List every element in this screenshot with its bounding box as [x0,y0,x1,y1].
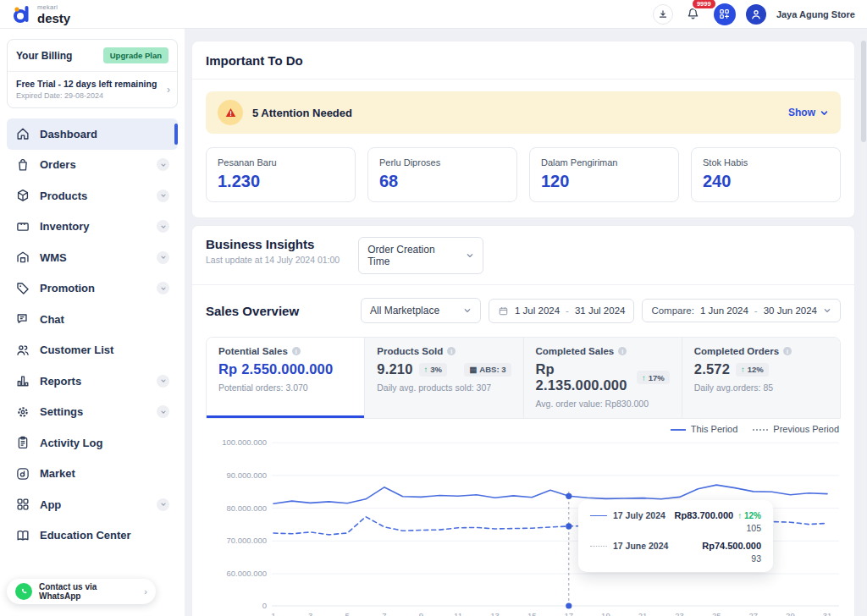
important-todo-card: Important To Do 5 Attention Needed Show … [191,41,855,218]
svg-text:80.000.000: 80.000.000 [226,503,267,513]
svg-text:90.000.000: 90.000.000 [226,470,267,480]
stat-card-perlu-diproses[interactable]: Perlu Diproses 68 [367,147,517,202]
compare-range-picker[interactable]: Compare: 1 Jun 2024 - 30 Jun 2024 [642,299,841,322]
top-header: mekari desty 9999 [0,0,867,29]
sidebar-item-dashboard[interactable]: Dashboard [7,118,178,150]
date-range-picker[interactable]: 1 Jul 2024 - 31 Jul 2024 [489,299,634,323]
arrow-up-icon: ↑ [741,365,745,374]
vertical-scrollbar[interactable] [861,34,866,611]
chevron-down-icon [157,375,169,388]
tooltip-date: 17 June 2024 [613,541,668,551]
sidebar-item-customer-list[interactable]: Customer List [7,335,178,366]
tab-value: Rp 2.550.000.000 [218,361,333,377]
chevron-down-icon [157,190,169,202]
sidebar-item-settings[interactable]: Settings [7,397,178,428]
sidebar-item-label: Settings [40,405,83,418]
todo-stats: Pesanan Baru 1.230 Perlu Diproses 68 Dal… [206,147,841,202]
download-button[interactable] [653,4,673,25]
svg-text:70.000.000: 70.000.000 [226,536,267,545]
sidebar-item-label: Chat [40,313,64,326]
stat-label: Pesanan Baru [218,157,344,168]
sales-chart[interactable]: This Period Previous Period 100.000.0009… [206,422,841,616]
info-icon[interactable]: i [292,347,301,355]
chevron-right-icon: › [167,84,170,96]
tag-icon [15,281,30,296]
tab-potential-sales[interactable]: Potential Salesi Rp 2.550.000.000 Potent… [207,338,364,418]
svg-text:25: 25 [712,611,721,616]
sidebar-item-wms[interactable]: WMS [7,242,178,273]
tab-products-sold[interactable]: Products Soldi 9.210 ↑3% ▦ABS: 3 Daily a… [364,338,522,418]
chevron-down-icon [157,405,169,418]
home-icon [15,126,30,141]
tab-value: 9.210 [377,361,412,377]
notification-badge: 9999 [691,0,717,10]
tab-value: Rp 2.135.000.000 [536,361,631,393]
solid-line-sample [590,515,607,516]
sidebar-item-chat[interactable]: Chat [7,304,178,335]
insights-last-update: Last update at 14 July 2024 01:00 [206,255,340,265]
grid-icon [15,497,30,512]
whatsapp-contact-button[interactable]: Contact us via WhatsApp › [7,579,156,604]
stat-value: 1.230 [218,172,344,191]
tab-completed-orders[interactable]: Completed Ordersi 2.572 ↑12% Daily avg.o… [682,338,840,418]
avatar[interactable] [746,4,766,25]
divider [192,79,854,80]
notifications-button[interactable]: 9999 [683,4,704,25]
desty-logo-icon [12,4,32,25]
stat-card-stok-habis[interactable]: Stok Habis 240 [691,147,841,202]
sidebar-item-market[interactable]: Market [7,459,178,490]
stat-value: 240 [703,172,829,191]
billing-plan-row[interactable]: Free Trial - 12 days left remaining Expi… [8,72,177,107]
sidebar-item-label: Promotion [40,282,95,294]
clipboard-icon [15,435,30,450]
tab-completed-sales[interactable]: Completed Salesi Rp 2.135.000.000 ↑17% A… [523,338,682,418]
insights-title: Business Insights [206,237,340,251]
whatsapp-icon [15,583,32,600]
abs-badge: ▦ABS: 3 [464,363,511,377]
svg-text:21: 21 [638,611,648,616]
arrow-up-icon: ↑ [424,365,428,374]
chevron-right-icon: › [144,586,147,597]
svg-text:0: 0 [262,601,267,610]
sidebar-item-education-center[interactable]: Education Center [7,520,178,552]
time-filter-select[interactable]: Order Creation Time [358,237,483,274]
info-icon[interactable]: i [447,347,456,355]
sidebar-item-products[interactable]: Products [7,180,178,212]
sidebar-item-orders[interactable]: Orders [7,150,178,181]
tab-subtitle: Avg. order value: Rp830.000 [536,399,670,409]
info-icon[interactable]: i [618,347,627,355]
stat-card-pesanan-baru[interactable]: Pesanan Baru 1.230 [206,147,356,202]
stat-card-dalam-pengiriman[interactable]: Dalam Pengiriman 120 [529,147,679,202]
marketplace-select[interactable]: All Marketplace [361,298,481,323]
change-badge: ↑12% [736,363,769,377]
sidebar-item-reports[interactable]: Reports [7,366,178,397]
desty-market-icon [15,466,30,481]
store-name[interactable]: Jaya Agung Store [776,9,855,19]
chevron-down-icon [157,251,169,264]
warehouse-icon [15,250,30,265]
calendar-icon [498,305,509,316]
sidebar-item-activity-log[interactable]: Activity Log [7,427,178,459]
show-toggle[interactable]: Show [788,107,829,118]
sidebar-item-inventory[interactable]: Inventory [7,212,178,243]
brand-logo[interactable]: mekari desty [12,4,70,25]
billing-expiry: Expired Date: 29-08-2024 [16,91,158,100]
svg-text:31: 31 [823,611,832,616]
billing-title: Your Billing [16,50,72,62]
tab-subtitle: Daily avg. products sold: 307 [377,382,511,393]
scrollbar-thumb[interactable] [861,41,866,142]
sidebar-item-app[interactable]: App [7,489,178,520]
apps-button[interactable] [714,3,736,25]
sidebar-item-promotion[interactable]: Promotion [7,273,178,305]
main-content: Important To Do 5 Attention Needed Show … [185,29,867,616]
info-icon[interactable]: i [783,347,792,355]
abs-icon: ▦ [469,365,477,374]
todo-title: Important To Do [206,53,841,68]
tooltip-count: 93 [590,553,761,564]
tooltip-date: 17 July 2024 [613,510,665,520]
upgrade-plan-button[interactable]: Upgrade Plan [103,47,168,63]
svg-text:29: 29 [786,611,795,616]
chevron-down-icon [157,158,169,171]
bar-chart-icon [15,373,30,388]
svg-text:1: 1 [271,611,275,616]
